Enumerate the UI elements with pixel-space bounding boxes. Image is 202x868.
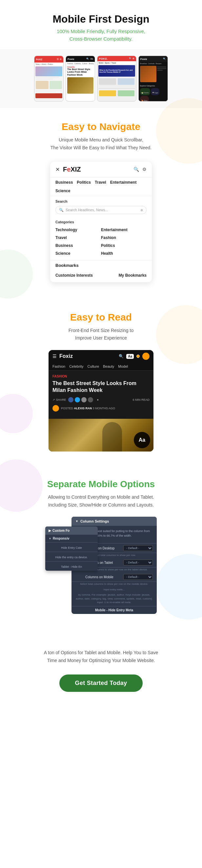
nav-cat-entertainment[interactable]: Entertainment	[101, 226, 147, 233]
nav-cat-science[interactable]: Science	[55, 250, 101, 257]
navigate-desc: Unique Mobile Menu and Quick Scrollbar, …	[6, 136, 196, 152]
responsive-label: Responsiv	[53, 537, 69, 540]
nav-cat-politics[interactable]: Politics	[101, 242, 147, 249]
nav-cat-fashion[interactable]: Fashion	[101, 235, 147, 241]
nav-search-icon-inner: 🔍	[59, 208, 64, 212]
mobile-options-section: Separate Mobile Options Allowing to Cont…	[0, 466, 202, 636]
hide-entry-cate-row: Hide Entry Cate	[45, 542, 98, 552]
mock-grid-4	[139, 65, 168, 83]
mock-cat-4a: 🥗 Salads	[140, 88, 150, 95]
get-started-button[interactable]: Get Started Today	[59, 675, 143, 692]
share-text: SHARE	[56, 398, 66, 401]
nav-customize-interests[interactable]: Customize Interests	[55, 273, 93, 278]
custom-forms-chevron: ▶	[49, 529, 51, 532]
mock-l4c	[157, 70, 163, 71]
mock-img-3c2	[118, 90, 135, 96]
article-author-name: ALEXIS RAN	[74, 407, 92, 410]
by-comma-note: by comma. For example: javase, author. K…	[71, 592, 157, 606]
screenshot-1: FeXIZ ☰ ⊕ Today•World•Politics	[34, 56, 64, 101]
mock-img-3c1	[99, 90, 116, 96]
settings-panel-header: ▼ Column Settings	[71, 517, 157, 526]
nav-categories-title: Categories	[50, 217, 152, 225]
read-desc: Front-End Font Size Resizing to Improve …	[6, 327, 196, 342]
mock-line-2	[36, 79, 53, 80]
deco-circle-2	[0, 249, 33, 299]
nav-item-entertainment[interactable]: Entertainment	[110, 180, 137, 185]
mock-img-3b	[118, 78, 135, 85]
article-category: FASHION	[53, 375, 149, 378]
nav-close-icon[interactable]: ✕	[55, 166, 60, 173]
twitter-icon[interactable]	[75, 397, 80, 402]
aa-font-badge[interactable]: Aa	[134, 432, 150, 448]
mock-col-3c	[97, 89, 136, 97]
mock-line-1	[36, 77, 59, 78]
nav-settings-icon[interactable]: ⚙	[142, 167, 147, 172]
cta-section: A ton of Options for Tablet and Mobile. …	[0, 636, 202, 708]
nav-item-business[interactable]: Business	[55, 180, 73, 185]
mock-nav-1: Today•World•Politics	[34, 63, 63, 66]
article-header-icons: 🔍 Aa	[119, 353, 149, 360]
mock-line-5	[36, 99, 60, 100]
article-font-badge[interactable]: Aa	[126, 354, 134, 359]
mock-cat-4b: 🍳 Eggs	[151, 88, 160, 95]
nav-cat-business[interactable]: Business	[55, 242, 101, 249]
screenshot-4: Foxiz 🔍 BreakfastCocktailsRecipes Explor…	[138, 56, 168, 101]
mock-l-3b	[118, 86, 135, 86]
nav-cat-technology[interactable]: Technology	[55, 226, 101, 233]
nav-cat-health[interactable]: Health	[101, 250, 147, 257]
settings-mockup-wrapper: ▼ Column Settings This layout is best su…	[45, 517, 157, 621]
article-nav-beauty[interactable]: Beauty	[103, 365, 114, 368]
article-color-dots	[137, 354, 140, 358]
columns-mobile-row: Columns on Mobile - Default -	[71, 572, 157, 582]
facebook-icon[interactable]	[68, 397, 74, 402]
nav-menu-mockup: ✕ FeXIZ 🔍 ⚙ Business Politics Travel Ent…	[50, 162, 152, 282]
mock-header-4: Foxiz 🔍	[139, 56, 168, 62]
hide-entry-cate-label: Hide Entry Cate	[61, 546, 82, 550]
deco-circle-4	[0, 394, 33, 433]
cta-description: A ton of Options for Tablet and Mobile. …	[13, 649, 189, 665]
nav-item-science[interactable]: Science	[55, 189, 70, 193]
mock-col-3c1	[99, 90, 116, 97]
responsive-row-inner[interactable]: ▼ Responsiv	[49, 537, 94, 540]
article-search-icon[interactable]: 🔍	[119, 354, 124, 359]
nav-my-bookmarks[interactable]: My Bookmarks	[119, 273, 147, 278]
screenshots-row: FeXIZ ☰ ⊕ Today•World•Politics	[0, 49, 202, 108]
article-nav-celebrity[interactable]: Celebrity	[69, 365, 83, 368]
nav-search-row[interactable]: 🔍 Search Headlines, News... ⊕	[55, 206, 147, 214]
mock-col-3	[97, 77, 136, 87]
article-time-ago: 3 MONTHS AGO	[93, 407, 115, 410]
nav-logo-accent: e	[67, 166, 70, 173]
nav-search-placeholder: Search Headlines, News...	[65, 208, 138, 212]
article-nav-fashion[interactable]: Fashion	[53, 365, 65, 368]
screenshot-3: FOXIZ. 🔍⊕ World•Sports•Travel What is th…	[97, 56, 137, 101]
mock-cats-4: 🥗 Salads 🍳 Eggs 🍖 Meat	[139, 87, 168, 101]
custom-forms-title: Custom Fo	[53, 529, 69, 532]
mock-divider-3	[98, 88, 135, 89]
columns-mobile-label: Columns on Mobile	[76, 575, 123, 579]
mock-col-img-1b	[50, 81, 62, 89]
columns-mobile-select[interactable]: - Default -	[123, 574, 153, 580]
mock-col-3a	[99, 78, 116, 87]
article-hamburger-icon[interactable]: ☰	[53, 353, 57, 359]
columns-tablet-select[interactable]: - Default -	[123, 560, 153, 565]
columns-mobile-note: Select total columns to show per row on …	[71, 582, 157, 587]
email-icon[interactable]	[81, 397, 87, 402]
nav-item-travel[interactable]: Travel	[95, 180, 106, 185]
print-icon[interactable]	[88, 397, 93, 402]
article-nav-model[interactable]: Model	[118, 365, 128, 368]
input-entry-note: Input entry meta...	[71, 587, 157, 592]
navigate-section: Easy to Navigate Unique Mobile Menu and …	[0, 108, 202, 299]
article-nav-culture[interactable]: Culture	[88, 365, 99, 368]
mock-nav-3: World•Sports•Travel	[97, 61, 136, 64]
mock-icons-3: 🔍⊕	[129, 57, 135, 60]
nav-item-politics[interactable]: Politics	[77, 180, 91, 185]
nav-search-icon[interactable]: 🔍	[134, 167, 139, 172]
article-social-icons	[68, 397, 93, 402]
nav-cat-travel[interactable]: Travel	[55, 235, 101, 241]
nav-top-items: Business Politics Travel Entertainment S…	[50, 178, 152, 196]
mock-header-2: Foxiz 🔍 Aa	[66, 56, 95, 62]
mock-nav-icons-1: ☰ ⊕	[57, 58, 62, 61]
nav-bookmarks: Bookmarks	[50, 260, 152, 271]
article-header: ☰ Foxiz 🔍 Aa	[49, 350, 153, 363]
columns-desktop-select[interactable]: - Default -	[123, 545, 153, 551]
